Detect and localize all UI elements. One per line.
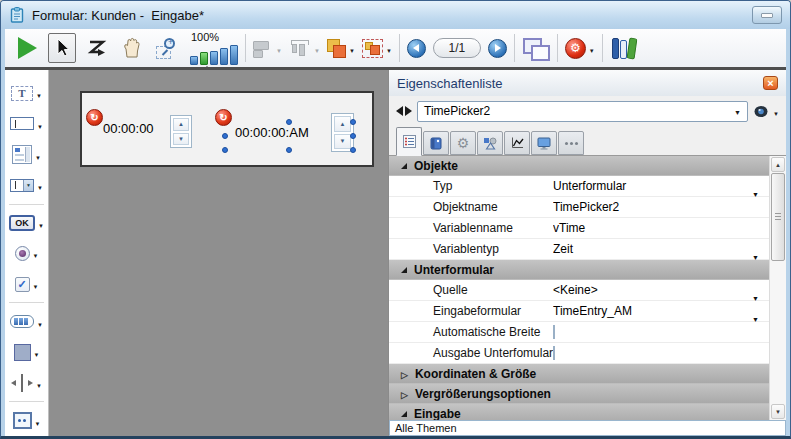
property-value[interactable]: Zeit (553, 242, 769, 256)
section-header-koordinaten[interactable]: Koordinaten & Größe (389, 364, 769, 384)
toolbox-item-splitter[interactable] (5, 368, 48, 399)
arrow-right-icon[interactable] (405, 106, 412, 116)
section-header-eingabe[interactable]: Eingabe (389, 404, 769, 420)
selection-handle[interactable] (222, 147, 228, 153)
toolbox-item-combobox[interactable] (5, 170, 48, 201)
tab-order-button[interactable] (83, 33, 111, 63)
selection-handle[interactable] (286, 119, 292, 125)
zoom-tool-button[interactable] (153, 33, 181, 63)
property-value[interactable]: <Keine> (553, 283, 769, 297)
scroll-up-button[interactable] (771, 157, 785, 172)
toolbox-item-checkbox[interactable] (5, 269, 48, 300)
tab-properties-list[interactable] (396, 127, 422, 156)
chevron-down-icon[interactable] (589, 39, 595, 57)
chevron-down-icon[interactable] (386, 39, 392, 57)
arrange-order-button[interactable] (327, 33, 355, 63)
toolbox-item-label[interactable]: T (5, 78, 48, 109)
property-value[interactable]: TimeEntry_AM (553, 304, 769, 318)
selection-handle[interactable] (286, 147, 292, 153)
chevron-down-icon[interactable] (734, 104, 741, 118)
expander-open-icon[interactable] (401, 267, 407, 273)
section-header-vergroesserung[interactable]: Vergrößerungsoptionen (389, 384, 769, 404)
selection-handle[interactable] (350, 119, 356, 125)
previous-page-button[interactable] (407, 39, 426, 58)
toolbox-item-rectangle[interactable] (5, 337, 48, 368)
section-header-objekte[interactable]: Objekte (389, 156, 769, 176)
chevron-down-icon[interactable] (35, 146, 41, 164)
toolbox-item-radio[interactable] (5, 238, 48, 269)
tab-data[interactable] (423, 131, 449, 155)
run-form-button[interactable] (13, 33, 41, 63)
tab-more[interactable] (558, 131, 584, 155)
tab-settings[interactable] (450, 131, 476, 155)
scrollbar-thumb[interactable] (771, 173, 785, 261)
chevron-down-icon[interactable] (37, 115, 43, 133)
spin-down-icon[interactable] (173, 133, 189, 146)
design-canvas[interactable]: 00:00:00 00:00:00:AM (49, 70, 388, 436)
zoom-bars-icon[interactable] (190, 44, 238, 65)
visibility-filter-button[interactable] (753, 102, 779, 120)
section-header-unterformular[interactable]: Unterformular (389, 260, 769, 280)
subform-anchor-icon[interactable] (86, 109, 103, 126)
property-value[interactable]: TimePicker2 (553, 200, 769, 214)
window-cascade-button[interactable] (522, 33, 550, 63)
selection-handle[interactable] (222, 133, 228, 139)
toolbox-item-button[interactable]: OK (5, 208, 48, 239)
arrow-left-icon[interactable] (396, 106, 403, 116)
zoom-level-control[interactable]: 100% (190, 32, 238, 65)
pan-tool-button[interactable] (118, 33, 146, 63)
tab-objects[interactable] (477, 131, 503, 155)
chevron-down-icon[interactable] (34, 343, 40, 361)
window-restore-button[interactable] (752, 6, 782, 24)
close-icon[interactable] (763, 76, 778, 90)
property-row-variablentyp[interactable]: Variablentyp Zeit (389, 239, 769, 260)
spin-up-icon[interactable] (334, 116, 351, 132)
expander-open-icon[interactable] (401, 163, 407, 169)
toolbox-item-subform[interactable] (5, 405, 48, 436)
chevron-down-icon[interactable] (349, 39, 355, 57)
chevron-down-icon[interactable] (37, 176, 43, 194)
expander-open-icon[interactable] (401, 411, 407, 417)
property-value[interactable]: vTime (553, 221, 769, 235)
object-selector-combobox[interactable]: TimePicker2 (417, 101, 748, 122)
spin-up-icon[interactable] (173, 118, 189, 131)
select-tool-button[interactable] (48, 33, 76, 63)
property-row-quelle[interactable]: Quelle <Keine> (389, 280, 769, 301)
toolbox-item-edit-field[interactable] (5, 109, 48, 140)
chevron-down-icon[interactable] (36, 374, 42, 392)
property-row-ausgabe-unterfomular[interactable]: Ausgabe Unterfomular (389, 343, 769, 364)
chevron-down-icon[interactable] (35, 412, 41, 430)
property-row-eingabeformular[interactable]: Eingabeformular TimeEntry_AM (389, 301, 769, 322)
expander-closed-icon[interactable] (401, 367, 408, 381)
object-prev-next-buttons[interactable] (396, 106, 412, 116)
library-button[interactable] (610, 33, 638, 63)
scroll-down-button[interactable] (771, 404, 785, 419)
scrollbar[interactable] (769, 156, 786, 420)
property-row-typ[interactable]: Typ Unterformular (389, 176, 769, 197)
chevron-down-icon[interactable] (773, 102, 779, 120)
property-row-objektname[interactable]: Objektname TimePicker2 (389, 197, 769, 218)
expander-closed-icon[interactable] (401, 387, 408, 401)
checkbox[interactable] (553, 346, 555, 360)
toolbox-item-list[interactable] (5, 139, 48, 170)
timepicker2-value[interactable]: 00:00:00:AM (235, 125, 309, 140)
chevron-down-icon[interactable] (38, 214, 44, 232)
property-value[interactable]: Unterformular (553, 179, 769, 193)
timepicker1-spinner[interactable] (170, 115, 192, 148)
chevron-down-icon[interactable] (37, 313, 43, 331)
timepicker1-value[interactable]: 00:00:00 (103, 121, 154, 136)
chevron-down-icon[interactable] (33, 275, 39, 293)
chevron-down-icon[interactable] (36, 84, 42, 102)
chevron-down-icon[interactable] (33, 244, 39, 262)
property-row-variablenname[interactable]: Variablenname vTime (389, 218, 769, 239)
spin-down-icon[interactable] (334, 134, 351, 150)
next-page-button[interactable] (488, 39, 507, 58)
tab-chart[interactable] (504, 131, 530, 155)
selection-options-button[interactable] (362, 33, 392, 63)
settings-button[interactable] (565, 33, 595, 63)
selection-handle[interactable] (350, 133, 356, 139)
tab-display[interactable] (531, 131, 557, 155)
selection-handle[interactable] (350, 147, 356, 153)
property-row-automatische-breite[interactable]: Automatische Breite (389, 322, 769, 343)
checkbox[interactable] (553, 325, 555, 339)
